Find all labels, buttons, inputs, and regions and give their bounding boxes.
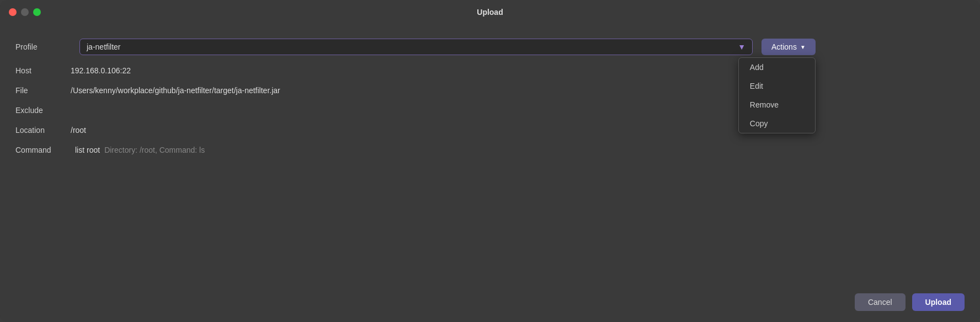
exclude-row: Exclude — [15, 100, 965, 120]
profile-row: Profile ja-netfilter ▼ Actions ▼ Add Edi… — [15, 33, 965, 61]
actions-container: Actions ▼ Add Edit Remove Copy — [761, 39, 816, 55]
cancel-button[interactable]: Cancel — [855, 293, 906, 311]
command-hint: Directory: /root, Command: ls — [104, 146, 205, 154]
file-row: File /Users/kenny/workplace/github/ja-ne… — [15, 80, 965, 100]
minimize-button[interactable] — [21, 8, 29, 16]
window-controls — [9, 8, 41, 16]
profile-dropdown[interactable]: ja-netfilter ▼ — [79, 39, 753, 55]
profile-value: ja-netfilter — [87, 42, 120, 51]
upload-button[interactable]: Upload — [912, 293, 965, 311]
host-row: Host 192.168.0.106:22 — [15, 61, 965, 80]
exclude-label: Exclude — [15, 106, 71, 115]
upload-window: Upload Profile ja-netfilter ▼ Actions ▼ … — [0, 0, 980, 322]
title-bar: Upload — [0, 0, 980, 24]
close-button[interactable] — [9, 8, 17, 16]
command-row: Command list root Directory: /root, Comm… — [15, 140, 965, 160]
location-value: /root — [71, 126, 86, 135]
profile-label: Profile — [15, 42, 71, 51]
maximize-button[interactable] — [33, 8, 41, 16]
actions-dropdown-menu: Add Edit Remove Copy — [738, 57, 816, 133]
location-label: Location — [15, 126, 71, 135]
actions-menu-item-edit[interactable]: Edit — [739, 77, 815, 95]
actions-menu-item-add[interactable]: Add — [739, 58, 815, 77]
host-value: 192.168.0.106:22 — [71, 66, 131, 75]
actions-menu-item-remove[interactable]: Remove — [739, 95, 815, 114]
actions-arrow-icon: ▼ — [800, 44, 806, 50]
actions-label: Actions — [771, 42, 797, 51]
content-area: Profile ja-netfilter ▼ Actions ▼ Add Edi… — [0, 24, 980, 287]
actions-button[interactable]: Actions ▼ — [761, 39, 816, 55]
host-label: Host — [15, 66, 71, 75]
chevron-down-icon: ▼ — [738, 42, 745, 51]
actions-menu-item-copy[interactable]: Copy — [739, 114, 815, 133]
command-value: list root — [75, 146, 100, 154]
window-title: Upload — [477, 8, 503, 17]
command-label: Command — [15, 146, 71, 154]
file-label: File — [15, 86, 71, 95]
location-row: Location /root — [15, 120, 965, 140]
file-value: /Users/kenny/workplace/github/ja-netfilt… — [71, 86, 280, 95]
footer: Cancel Upload — [0, 287, 980, 322]
